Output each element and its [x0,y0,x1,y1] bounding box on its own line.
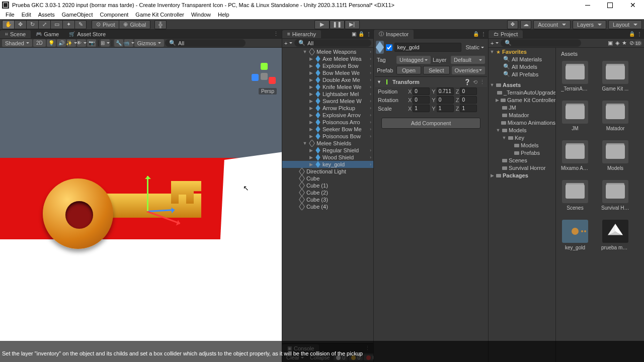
hierarchy-item[interactable]: ▶Lightsaber Mel› [282,90,373,98]
rect-tool[interactable]: ▭ [50,20,62,29]
hierarchy-item[interactable]: ▼Melee Weapons› [282,48,373,55]
multi-tool[interactable]: ✦ [62,20,74,29]
pos-x[interactable] [413,87,430,95]
grid-icon[interactable]: ⊞ [101,39,110,47]
project-tree-item[interactable]: ▼Favorites [489,48,555,55]
project-tree-item[interactable]: Models [489,141,555,149]
add-component-button[interactable]: Add Component [381,118,480,129]
reset-icon[interactable]: ⟲ [473,79,477,85]
rot-x[interactable] [413,96,430,104]
project-tree-item[interactable]: Survival Horror [489,164,555,171]
menu-file[interactable]: File [2,12,18,18]
scl-y[interactable] [437,105,454,112]
hierarchy-item[interactable]: ▶Wood Shield› [282,154,373,161]
hierarchy-item[interactable]: Cube (3) [282,196,373,203]
gameobject-name-input[interactable] [394,43,461,52]
hidden-packages-icon[interactable]: ⊘10 [629,40,642,46]
project-search[interactable]: 🔍 [501,39,581,47]
component-menu-icon[interactable]: ⋮ [479,79,485,85]
hierarchy-item[interactable]: ▶Seeker Bow Me› [282,126,373,133]
project-tree-item[interactable]: Matador [489,111,555,119]
project-asset[interactable]: Survival Ho... [601,180,629,211]
project-tree-item[interactable]: 🔍All Prefabs [489,70,555,78]
project-asset[interactable]: Matador [601,101,629,131]
hierarchy-item[interactable]: ▶Knife Melee We› [282,83,373,90]
prefab-open[interactable]: Open [396,66,421,74]
hierarchy-item[interactable]: Cube (4) [282,203,373,210]
play-button[interactable]: ▶ [314,20,330,29]
scene-viewport[interactable]: Persp ↖ [0,48,282,362]
project-tree-item[interactable]: 🔍All Models [489,63,555,70]
project-tree-item[interactable]: _TerrainAutoUpgrade [489,88,555,96]
menu-assets[interactable]: Assets [35,12,58,18]
project-tree-item[interactable]: Mixamo Animations [489,119,555,126]
project-tree-item[interactable]: ▼Models [489,126,555,134]
project-grid[interactable]: Assets _TerrainAu...Game Kit ...JMMatado… [556,48,644,362]
panel-menu-icon[interactable]: ⋮ [366,31,371,37]
menu-edit[interactable]: Edit [18,12,35,18]
hierarchy-item[interactable]: ▶Bow Melee We› [282,69,373,76]
cloud-icon[interactable]: ☁ [520,20,531,29]
panel-lock-icon[interactable]: 🔒 [358,31,364,37]
collab-icon[interactable]: ❖ [507,20,518,29]
gizmos-dropdown[interactable]: Gizmos [134,39,164,47]
orientation-gizmo[interactable]: Persp [252,63,277,93]
menu-game-kit-controller[interactable]: Game Kit Controller [132,12,188,18]
scene-vis-icon[interactable]: 👁 [77,39,86,47]
hierarchy-search[interactable]: 🔍All [294,39,371,47]
step-button[interactable]: ▶| [345,20,360,29]
hierarchy-item[interactable]: ▶Explosive Bow› [282,62,373,69]
gameobject-active-checkbox[interactable] [386,44,392,51]
account-dropdown[interactable]: Account [533,20,571,29]
tab-project[interactable]: 🗀Project [489,30,523,38]
hierarchy-item[interactable]: ▶Explosive Arrov› [282,112,373,119]
hierarchy-item[interactable]: Cube (2) [282,189,373,196]
tab-asset-store[interactable]: 🛒Asset Store [64,30,111,38]
tag-dropdown[interactable]: Untagged [396,56,431,64]
filter-by-label-icon[interactable]: ◈ [615,40,619,46]
project-asset[interactable]: prueba mo... [601,220,629,250]
scale-tool[interactable]: ⤢ [38,20,50,29]
save-search-icon[interactable]: ★ [622,40,627,46]
space-toggle[interactable]: ⊕Global [119,20,150,29]
2d-toggle[interactable]: 2D [33,39,46,47]
rotate-tool[interactable]: ↻ [26,20,38,29]
project-tree-item[interactable]: ▶Packages [489,171,555,179]
panel-lock-icon[interactable]: 🔒 [473,31,479,37]
window-close[interactable]: ✕ [621,0,644,10]
project-asset[interactable]: Mixamo An... [561,140,589,171]
draw-mode-icon[interactable]: 📹 [124,39,133,47]
camera-icon[interactable]: 📷 [87,39,96,47]
panel-menu-icon[interactable]: ⋮ [481,31,486,37]
hand-tool[interactable]: ✋ [2,20,14,29]
layers-dropdown[interactable]: Layers [573,20,606,29]
pause-button[interactable]: ❚❚ [330,20,345,29]
prefab-overrides[interactable]: Overrides [452,66,486,74]
hierarchy-item[interactable]: Cube (1) [282,182,373,189]
menu-help[interactable]: Help [214,12,233,18]
project-add[interactable]: + [491,40,499,46]
hierarchy-item[interactable]: ▶Axe Melee Wea› [282,55,373,62]
hierarchy-item[interactable]: ▶Sword Melee W› [282,98,373,105]
project-tree-item[interactable]: ▼Assets [489,81,555,88]
panel-maximize-icon[interactable]: ▣ [352,31,356,37]
project-tree-item[interactable]: Scenes [489,156,555,164]
move-tool[interactable]: ✥ [14,20,26,29]
prefab-select[interactable]: Select [423,66,450,74]
tab-scene[interactable]: ⌗Scene [0,30,31,38]
project-tree-item[interactable]: Prefabs [489,149,555,156]
project-asset[interactable]: Game Kit ... [601,61,629,92]
hierarchy-add[interactable]: + [284,40,292,46]
project-asset[interactable]: key_gold [561,220,589,250]
panel-menu-icon[interactable]: ⋮ [270,31,282,37]
hierarchy-item[interactable]: ▼Melee Shields [282,140,373,147]
tab-inspector[interactable]: ⓘInspector [374,30,414,39]
scl-x[interactable] [413,105,430,112]
hierarchy-tree[interactable]: ▼Melee Weapons›▶Axe Melee Wea›▶Explosive… [282,48,373,343]
pos-y[interactable] [437,87,454,95]
static-dropdown[interactable]: Static [463,44,486,50]
hierarchy-item[interactable]: Cube [282,175,373,182]
project-tree-item[interactable]: 🔍All Materials [489,55,555,63]
panel-menu-icon[interactable]: ⋮ [637,31,642,37]
shading-dropdown[interactable]: Shaded [2,39,32,47]
